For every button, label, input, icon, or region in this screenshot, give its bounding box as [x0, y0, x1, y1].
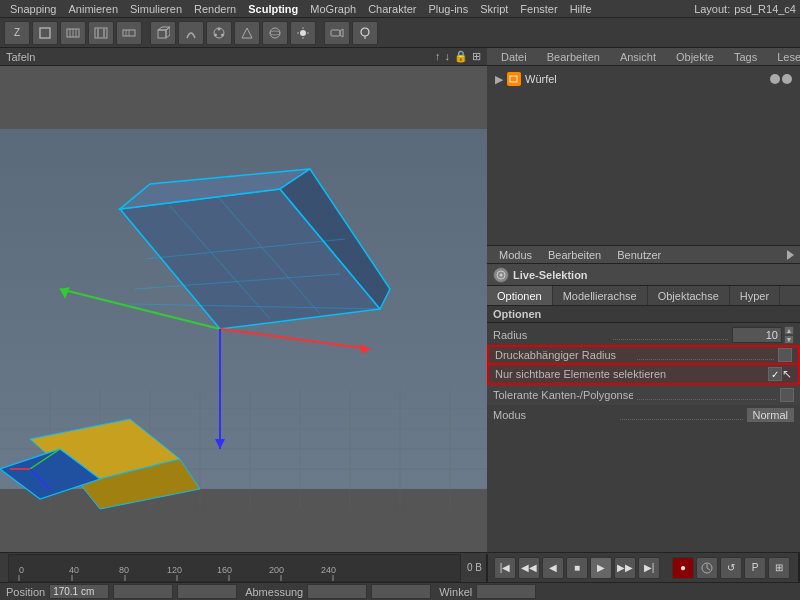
snap-btn[interactable]: P: [744, 557, 766, 579]
menu-hilfe[interactable]: Hilfe: [564, 3, 598, 15]
tafeln-up-icon[interactable]: ↑: [435, 50, 441, 63]
druckabhaengig-checkbox[interactable]: [778, 348, 792, 362]
layout-text: Layout:: [694, 3, 730, 15]
svg-point-67: [500, 273, 503, 276]
toolbar-btn-film2[interactable]: [88, 21, 114, 45]
modus-collapse-arrow[interactable]: [787, 250, 794, 260]
menu-simulieren[interactable]: Simulieren: [124, 3, 188, 15]
attr-tab-objektachse[interactable]: Objektachse: [648, 286, 730, 305]
obj-tab-datei[interactable]: Datei: [493, 51, 535, 63]
play-prev-btn[interactable]: ◀◀: [518, 557, 540, 579]
toolbar-btn-bend[interactable]: [178, 21, 204, 45]
menu-sculpting[interactable]: Sculpting: [242, 3, 304, 15]
position-z-input[interactable]: [177, 584, 237, 599]
obj-arrow-icon: ▶: [495, 73, 503, 86]
toolbar-btn-cube[interactable]: [150, 21, 176, 45]
svg-point-21: [300, 30, 306, 36]
benutzer-tab[interactable]: Benutzer: [611, 249, 667, 261]
svg-rect-26: [331, 30, 340, 36]
obj-type-icon: [507, 72, 521, 86]
play-next-btn[interactable]: ▶▶: [614, 557, 636, 579]
record-btn[interactable]: ●: [672, 557, 694, 579]
attr-tab-modellierachse[interactable]: Modellierachse: [553, 286, 648, 305]
attr-tab-hyper[interactable]: Hyper: [730, 286, 780, 305]
tolerante-checkbox[interactable]: [780, 388, 794, 402]
play-stop-btn[interactable]: ■: [566, 557, 588, 579]
abmessung-y-input[interactable]: [371, 584, 431, 599]
tafeln-down-icon[interactable]: ↓: [445, 50, 451, 63]
tafeln-lock-icon[interactable]: 🔒: [454, 50, 468, 63]
live-selektion-label: Live-Selektion: [513, 269, 588, 281]
svg-point-20: [270, 31, 280, 35]
viewport[interactable]: [0, 66, 487, 552]
svg-text:0: 0: [19, 565, 24, 575]
winkel-label: Winkel: [439, 586, 472, 598]
circle-1: [770, 74, 780, 84]
object-manager-header: Datei Bearbeiten Ansicht Objekte Tags Le…: [487, 48, 800, 66]
tafeln-more-icon[interactable]: ⊞: [472, 50, 481, 63]
menu-charakter[interactable]: Charakter: [362, 3, 422, 15]
menu-skript[interactable]: Skript: [474, 3, 514, 15]
attr-rows-container: Radius ▲ ▼ Druckabhängiger Radius: [487, 323, 800, 427]
toolbar-btn-sphere[interactable]: [262, 21, 288, 45]
menu-fenster[interactable]: Fenster: [514, 3, 563, 15]
right-panel: Datei Bearbeiten Ansicht Objekte Tags Le…: [487, 48, 800, 552]
toolbar-btn-film[interactable]: [60, 21, 86, 45]
bearbeiten-tab[interactable]: Bearbeiten: [542, 249, 607, 261]
toolbar-btn-lamp[interactable]: [352, 21, 378, 45]
toolbar-btn-sym[interactable]: [234, 21, 260, 45]
tolerante-label: Tolerante Kanten-/Polygonselektion: [493, 389, 633, 401]
obj-tab-objekte[interactable]: Objekte: [668, 51, 722, 63]
svg-point-15: [218, 27, 221, 30]
normal-display: Normal: [747, 408, 794, 422]
toolbar-btn-z[interactable]: Z: [4, 21, 30, 45]
radius-input[interactable]: [732, 327, 782, 343]
menu-mograph[interactable]: MoGraph: [304, 3, 362, 15]
attribute-manager: Live-Selektion Optionen Modellierachse O…: [487, 264, 800, 552]
tolerante-dots: [637, 390, 777, 400]
playback-controls: 0 40 80 120 160 200 240: [0, 552, 800, 582]
attr-row-radius: Radius ▲ ▼: [487, 325, 800, 345]
radius-up-btn[interactable]: ▲: [784, 326, 794, 335]
svg-rect-0: [40, 28, 50, 38]
menu-bar: Snapping Animieren Simulieren Rendern Sc…: [0, 0, 800, 18]
position-x-input[interactable]: [49, 584, 109, 599]
radius-down-btn[interactable]: ▼: [784, 335, 794, 344]
play-last-btn[interactable]: ▶|: [638, 557, 660, 579]
play-back-btn[interactable]: ◀: [542, 557, 564, 579]
loop-btn[interactable]: ↺: [720, 557, 742, 579]
obj-tab-ansicht[interactable]: Ansicht: [612, 51, 664, 63]
menu-animieren[interactable]: Animieren: [63, 3, 125, 15]
content-area: Tafeln ↑ ↓ 🔒 ⊞: [0, 48, 800, 600]
frame-indicator: 0 B: [467, 562, 482, 573]
play-fwd-btn[interactable]: ▶: [590, 557, 612, 579]
nur-sichtbare-label: Nur sichtbare Elemente selektieren: [495, 368, 768, 380]
obj-row-wurfel[interactable]: ▶ Würfel: [491, 70, 796, 88]
toolbar-btn-camera[interactable]: [324, 21, 350, 45]
extra-btn1[interactable]: ⊞: [768, 557, 790, 579]
svg-text:40: 40: [69, 565, 79, 575]
toolbar-btn-light[interactable]: [290, 21, 316, 45]
abmessung-x-input[interactable]: [307, 584, 367, 599]
abmessung-label: Abmessung: [245, 586, 303, 598]
menu-snapping[interactable]: Snapping: [4, 3, 63, 15]
play-first-btn[interactable]: |◀: [494, 557, 516, 579]
modus-tab[interactable]: Modus: [493, 249, 538, 261]
menu-rendern[interactable]: Rendern: [188, 3, 242, 15]
menu-plugins[interactable]: Plug-ins: [422, 3, 474, 15]
toolbar-btn-keyframe[interactable]: [116, 21, 142, 45]
object-tree: ▶ Würfel: [487, 66, 800, 92]
auto-key-btn[interactable]: [696, 557, 718, 579]
attr-tab-optionen[interactable]: Optionen: [487, 286, 553, 305]
position-y-input[interactable]: [113, 584, 173, 599]
winkel-input[interactable]: [476, 584, 536, 599]
nur-sichtbare-checkbox[interactable]: [768, 367, 782, 381]
obj-tab-tags[interactable]: Tags: [726, 51, 765, 63]
toolbar-btn-select[interactable]: [32, 21, 58, 45]
object-manager: ▶ Würfel: [487, 66, 800, 246]
toolbar-btn-array[interactable]: [206, 21, 232, 45]
obj-tab-bearbeiten[interactable]: Bearbeiten: [539, 51, 608, 63]
svg-text:160: 160: [217, 565, 232, 575]
panels-area: Tafeln ↑ ↓ 🔒 ⊞: [0, 48, 800, 552]
obj-tab-lese[interactable]: Lese: [769, 51, 800, 63]
